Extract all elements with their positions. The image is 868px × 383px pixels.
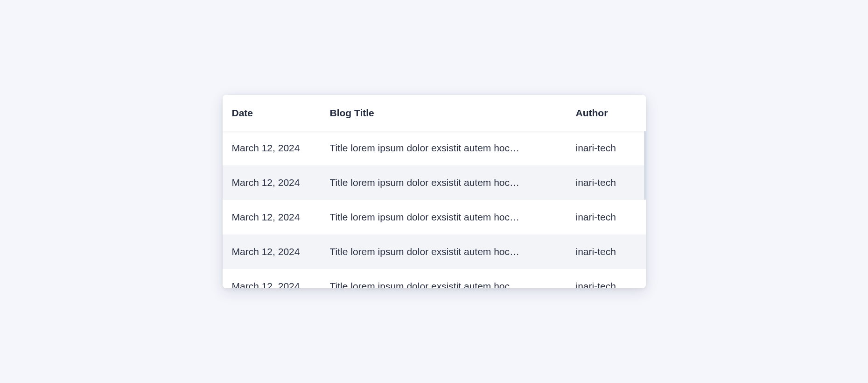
cell-author: inari-tech xyxy=(576,246,637,257)
cell-date: March 12, 2024 xyxy=(232,142,330,154)
cell-title: Title lorem ipsum dolor exsistit autem h… xyxy=(330,142,576,154)
scrollbar[interactable] xyxy=(644,131,646,200)
cell-title: Title lorem ipsum dolor exsistit autem h… xyxy=(330,246,576,257)
cell-date: March 12, 2024 xyxy=(232,281,330,288)
blog-table: Date Blog Title Author March 12, 2024 Ti… xyxy=(223,95,646,288)
cell-author: inari-tech xyxy=(576,177,637,188)
header-blog-title[interactable]: Blog Title xyxy=(330,107,576,119)
cell-date: March 12, 2024 xyxy=(232,212,330,223)
table-row[interactable]: March 12, 2024 Title lorem ipsum dolor e… xyxy=(223,165,646,200)
cell-date: March 12, 2024 xyxy=(232,246,330,257)
table-row[interactable]: March 12, 2024 Title lorem ipsum dolor e… xyxy=(223,234,646,269)
table-row[interactable]: March 12, 2024 Title lorem ipsum dolor e… xyxy=(223,200,646,234)
cell-author: inari-tech xyxy=(576,212,637,223)
cell-date: March 12, 2024 xyxy=(232,177,330,188)
table-body: March 12, 2024 Title lorem ipsum dolor e… xyxy=(223,131,646,288)
table-row[interactable]: March 12, 2024 Title lorem ipsum dolor e… xyxy=(223,131,646,165)
table-row[interactable]: March 12, 2024 Title lorem ipsum dolor e… xyxy=(223,269,646,288)
header-date[interactable]: Date xyxy=(232,107,330,119)
table-header: Date Blog Title Author xyxy=(223,95,646,131)
cell-author: inari-tech xyxy=(576,142,637,154)
cell-title: Title lorem ipsum dolor exsistit autem h… xyxy=(330,212,576,223)
cell-author: inari-tech xyxy=(576,281,637,288)
cell-title: Title lorem ipsum dolor exsistit autem h… xyxy=(330,281,576,288)
header-author[interactable]: Author xyxy=(576,107,637,119)
cell-title: Title lorem ipsum dolor exsistit autem h… xyxy=(330,177,576,188)
